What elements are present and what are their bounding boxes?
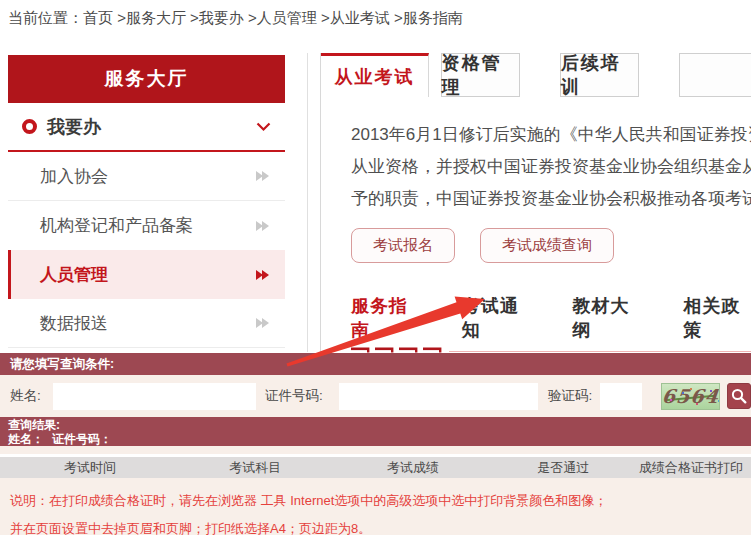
print-note-2: 并在页面设置中去掉页眉和页脚；打印纸选择A4；页边距为8。 xyxy=(10,520,741,535)
tab-qualification-management[interactable]: 资格管理 xyxy=(441,53,520,97)
sidebar-item-join-association[interactable]: 加入协会 xyxy=(8,152,285,201)
main-layout: 服务大厅 我要办 加入协会 机构登记和产品备案 人员管理 数据报送 从 xyxy=(0,53,751,353)
captcha-image[interactable]: 6564 xyxy=(661,383,719,410)
vertical-divider xyxy=(307,53,308,352)
sidebar-item-label: 数据报送 xyxy=(40,312,108,335)
bullet-ring-icon xyxy=(22,119,37,134)
subnav-textbook-outline[interactable]: 教材大纲 xyxy=(573,294,648,342)
header-cell-certificate-print: 成绩合格证书打印 xyxy=(631,459,751,477)
exam-register-button[interactable]: 考试报名 xyxy=(351,228,455,263)
subnav: 服务指南 考试通知 教材大纲 相关政策 xyxy=(351,294,751,342)
sidebar: 服务大厅 我要办 加入协会 机构登记和产品备案 人员管理 数据报送 xyxy=(8,55,285,348)
sidebar-item-label: 加入协会 xyxy=(40,165,108,188)
magnifier-icon xyxy=(731,388,747,404)
captcha-input[interactable] xyxy=(600,383,642,410)
results-table-header: 考试时间 考试科目 考试成绩 是否通过 成绩合格证书打印 xyxy=(0,457,751,478)
subnav-exam-notice[interactable]: 考试通知 xyxy=(462,294,537,342)
sidebar-item-label: 机构登记和产品备案 xyxy=(40,214,193,237)
tab-partial[interactable] xyxy=(679,53,751,97)
query-form: 姓名: 证件号码: 验证码: 6564 xyxy=(0,375,751,417)
sidebar-header: 服务大厅 xyxy=(8,55,285,103)
subnav-related-policy[interactable]: 相关政策 xyxy=(683,294,751,342)
tab-practitioner-exam[interactable]: 从业考试 xyxy=(321,53,429,97)
result-title: 查询结果: xyxy=(8,419,751,432)
double-arrow-icon xyxy=(256,221,269,231)
sidebar-item-personnel-management[interactable]: 人员管理 xyxy=(8,250,285,299)
double-arrow-icon xyxy=(256,171,269,181)
result-id-label: 证件号码： xyxy=(52,432,112,446)
sidebar-menu-toggle[interactable]: 我要办 xyxy=(8,103,285,152)
breadcrumb: 当前位置：首页 >服务大厅 >我要办 >人员管理 >从业考试 >服务指南 xyxy=(8,9,463,28)
result-empty-row xyxy=(0,446,751,454)
content-panel: 从业考试 资格管理 后续培训 2013年6月1日修订后实施的《中华人民共和国证券… xyxy=(320,53,751,352)
breadcrumb-prefix: 当前位置： xyxy=(8,9,83,26)
exam-score-query-button[interactable]: 考试成绩查询 xyxy=(480,228,614,263)
result-name-label: 姓名： xyxy=(8,432,44,446)
query-title-bar: 请您填写查询条件: xyxy=(0,353,751,375)
sidebar-item-label: 人员管理 xyxy=(40,263,108,286)
subnav-service-guide[interactable]: 服务指南 xyxy=(351,294,426,342)
id-number-input[interactable] xyxy=(339,383,538,410)
intro-line: 予的职责，中国证券投资基金业协会积极推动各项考试筹备 xyxy=(351,183,751,215)
sidebar-item-data-reporting[interactable]: 数据报送 xyxy=(8,299,285,348)
query-section: 请您填写查询条件: 姓名: 证件号码: 验证码: 6564 查询结果: 姓名：证… xyxy=(0,353,751,535)
captcha-label: 验证码: xyxy=(548,387,592,405)
tab-continuing-training[interactable]: 后续培训 xyxy=(560,53,639,97)
sidebar-item-org-registration[interactable]: 机构登记和产品备案 xyxy=(8,201,285,250)
tab-bar: 从业考试 资格管理 后续培训 xyxy=(321,53,751,97)
double-arrow-icon xyxy=(256,318,269,328)
header-cell-exam-subject: 考试科目 xyxy=(180,459,330,477)
header-cell-exam-time: 考试时间 xyxy=(0,459,180,477)
header-cell-pass-status: 是否通过 xyxy=(496,459,631,477)
search-button[interactable] xyxy=(727,383,751,409)
double-arrow-icon xyxy=(256,270,269,280)
print-notes: 说明：在打印成绩合格证时，请先在浏览器 工具 Internet选项中的高级选项中… xyxy=(0,478,751,535)
intro-line: 2013年6月1日修订后实施的《中华人民共和国证券投资基金 xyxy=(351,119,751,151)
intro-line: 从业资格，并授权中国证券投资基金业协会组织基金从业人 xyxy=(351,151,751,183)
result-bar: 查询结果: 姓名：证件号码： xyxy=(0,417,751,446)
print-note-1: 说明：在打印成绩合格证时，请先在浏览器 工具 Internet选项中的高级选项中… xyxy=(10,492,741,510)
captcha-digits: 6564 xyxy=(661,385,719,407)
id-number-label: 证件号码: xyxy=(265,387,323,405)
name-input[interactable] xyxy=(53,383,256,410)
intro-paragraph: 2013年6月1日修订后实施的《中华人民共和国证券投资基金 从业资格，并授权中国… xyxy=(351,119,751,215)
sidebar-menu-title: 我要办 xyxy=(47,115,101,139)
name-label: 姓名: xyxy=(10,387,41,405)
breadcrumb-path[interactable]: 首页 >服务大厅 >我要办 >人员管理 >从业考试 >服务指南 xyxy=(83,9,463,26)
chevron-down-icon xyxy=(256,122,271,132)
header-cell-exam-score: 考试成绩 xyxy=(330,459,495,477)
